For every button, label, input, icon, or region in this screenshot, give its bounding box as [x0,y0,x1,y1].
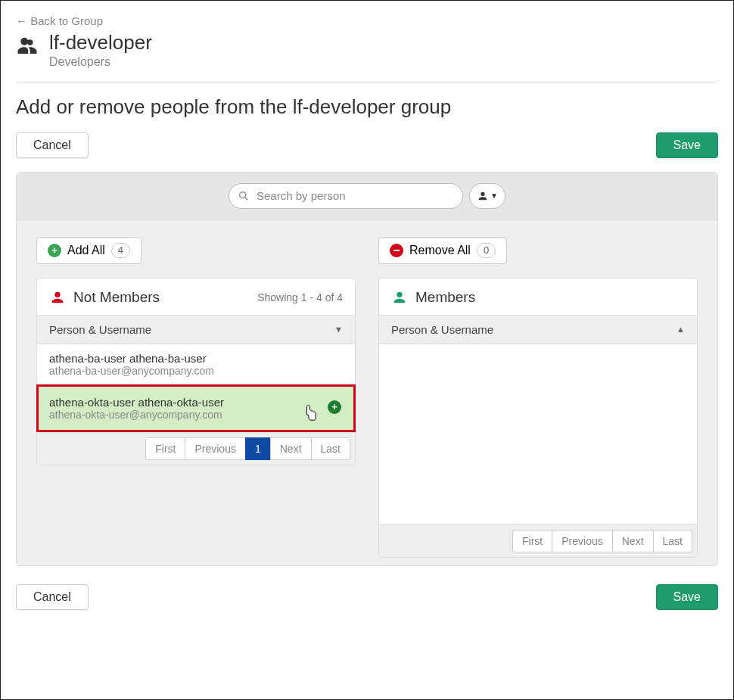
pager-first[interactable]: First [512,530,552,552]
cursor-pointer-icon [302,405,319,425]
pager-previous[interactable]: Previous [552,530,612,552]
pager-next[interactable]: Next [612,530,654,552]
not-members-column: + Add All 4 Not Members Showing 1 - 4 of… [36,237,356,558]
remove-all-label: Remove All [409,244,471,257]
pager-last[interactable]: Last [311,437,350,460]
pager-page-1[interactable]: 1 [245,437,271,460]
cancel-button-bottom[interactable]: Cancel [16,584,89,610]
pager-last[interactable]: Last [653,530,692,552]
add-all-count: 4 [111,243,130,258]
not-members-title: Not Members [73,289,160,306]
person-filter-dropdown[interactable]: ▼ [469,183,505,209]
save-button-top[interactable]: Save [656,132,718,158]
person-name: athena-ba-user athena-ba-user [49,352,214,365]
person-icon [477,190,489,202]
remove-all-button[interactable]: − Remove All 0 [378,237,507,264]
pager-previous[interactable]: Previous [185,437,245,460]
svg-line-1 [245,197,248,200]
not-members-pager: First Previous 1 Next Last [37,432,355,465]
members-pager: First Previous Next Last [379,524,697,557]
sort-asc-icon: ▲ [676,325,685,334]
pager-next[interactable]: Next [270,437,312,460]
members-card: Members Person & Username ▲ First Previo… [378,278,698,558]
people-icon [16,35,39,58]
not-members-card: Not Members Showing 1 - 4 of 4 Person & … [36,278,356,465]
svg-point-0 [240,191,246,198]
add-all-button[interactable]: + Add All 4 [36,237,142,264]
add-person-icon[interactable]: + [328,400,341,414]
person-email: athena-okta-user@anycompany.com [49,409,224,421]
search-bar: ▼ [17,173,717,220]
list-item[interactable]: athena-ba-user athena-ba-user athena-ba-… [37,344,355,385]
group-title: lf-developer [49,32,152,54]
sort-desc-icon: ▼ [334,325,343,334]
pager-first[interactable]: First [145,437,185,460]
members-column-header[interactable]: Person & Username ▲ [379,315,697,344]
add-all-label: Add All [67,244,105,257]
minus-circle-icon: − [390,244,403,257]
save-button-bottom[interactable]: Save [656,584,718,610]
not-members-showing: Showing 1 - 4 of 4 [257,291,343,303]
members-title: Members [415,289,475,306]
person-email: athena-ba-user@anycompany.com [49,365,214,377]
group-header: lf-developer Developers [16,32,718,69]
list-item-highlighted[interactable]: athena-okta-user athena-okta-user athena… [36,384,356,432]
transfer-panel: ▼ + Add All 4 Not Members Showing 1 - 4 … [16,172,718,566]
person-icon-red [49,289,66,306]
back-to-group-link[interactable]: ← Back to Group [16,14,103,27]
chevron-down-icon: ▼ [490,191,498,200]
page-title: Add or remove people from the lf-develop… [16,95,718,119]
column-label: Person & Username [49,323,151,336]
remove-all-count: 0 [477,243,496,258]
not-members-column-header[interactable]: Person & Username ▼ [37,315,355,344]
person-icon-green [391,289,408,306]
search-input[interactable] [229,183,463,209]
divider [16,82,718,83]
cancel-button-top[interactable]: Cancel [16,132,89,158]
members-column: − Remove All 0 Members Person & Username… [378,237,698,558]
column-label: Person & Username [391,323,493,336]
plus-circle-icon: + [48,244,61,257]
members-empty-body [379,344,697,524]
person-name: athena-okta-user athena-okta-user [49,396,224,409]
search-icon [238,190,250,202]
group-subtitle: Developers [49,55,152,69]
